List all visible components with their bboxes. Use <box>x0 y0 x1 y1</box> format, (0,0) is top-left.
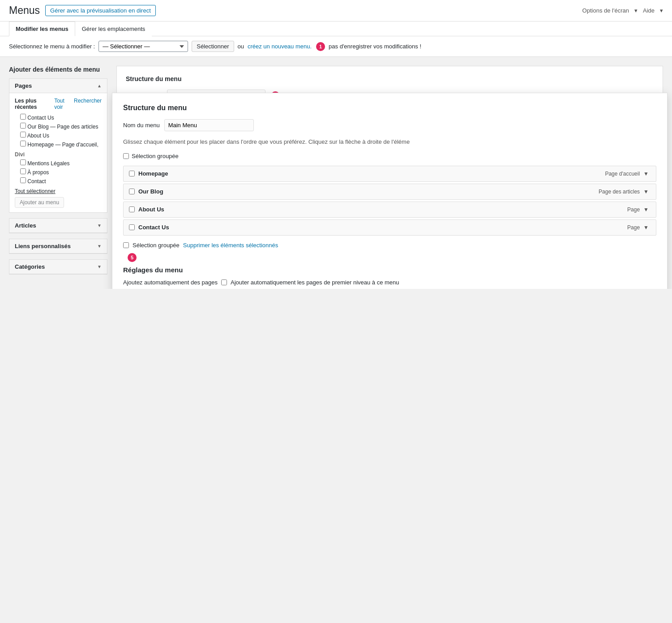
sidebar-group-divi: Divi Mentions Légales À propos Con <box>15 151 102 185</box>
sidebar-section-categories-header[interactable]: Catégories ▼ <box>9 260 107 274</box>
sidebar-section-pages-header[interactable]: Pages ▲ <box>9 79 107 93</box>
divi-items-list: Mentions Légales À propos Contact <box>15 159 102 185</box>
sidebar-tabs: Les plus récentes Tout voir Rechercher <box>15 98 102 110</box>
modal-auto-add: Ajoutez automatiquement des pages Ajoute… <box>123 279 656 286</box>
liens-title: Liens personnalisés <box>15 243 71 249</box>
page-contact-us-label: Contact Us <box>27 115 54 121</box>
delete-selected-button[interactable]: Supprimer les éléments sélectionnés <box>183 242 278 249</box>
modal-menu-items: Homepage Page d'accueil ▼ Our Blog Page … <box>123 166 656 236</box>
sidebar-section-pages: Pages ▲ Les plus récentes Tout voir Rech… <box>9 78 107 213</box>
sidebar-section-liens-header[interactable]: Liens personnalisés ▼ <box>9 239 107 253</box>
item-contactus-dropdown[interactable]: ▼ <box>642 223 651 232</box>
screen-options-link[interactable]: Options de l'écran <box>582 7 629 14</box>
select-all-link[interactable]: Tout sélectionner <box>15 188 102 194</box>
preview-button[interactable]: Gérer avec la prévisualisation en direct <box>45 5 156 16</box>
item-aboutus-name: About Us <box>138 206 164 213</box>
tab-recent[interactable]: Les plus récentes <box>15 98 51 110</box>
menu-item-homepage: Homepage Page d'accueil ▼ <box>123 166 656 182</box>
list-item: À propos <box>15 168 102 176</box>
modal-group-select-check-top[interactable] <box>123 153 129 159</box>
sidebar-section-articles-header[interactable]: Articles ▼ <box>9 219 107 233</box>
modal-auto-desc: Ajouter automatiquement les pages de pre… <box>231 279 399 286</box>
list-item: Mentions Légales <box>15 159 102 168</box>
sidebar-heading: Ajouter des éléments de menu <box>9 66 107 73</box>
list-item: Our Blog — Page des articles <box>15 122 102 131</box>
page-contact-us-check[interactable] <box>20 114 26 120</box>
help-link[interactable]: Aide <box>643 7 655 14</box>
modal-group-select-top: Sélection groupée <box>123 153 656 159</box>
item-aboutus-check[interactable] <box>129 206 135 212</box>
item-contactus-name: Contact Us <box>138 224 169 231</box>
item-ourblog-name: Our Blog <box>138 188 163 195</box>
item-aboutus-type: Page ▼ <box>627 206 651 214</box>
liens-chevron: ▼ <box>97 244 102 249</box>
modal-group-select-bottom: Sélection groupée Supprimer les éléments… <box>123 242 656 249</box>
modal-auto-check[interactable] <box>221 279 227 285</box>
notice-text: pas d'enregistrer vos modifications ! <box>329 43 421 50</box>
menu-select[interactable]: — Sélectionner — <box>98 41 188 52</box>
item-homepage-check[interactable] <box>129 171 135 176</box>
modal-group-select-label-bottom: Sélection groupée <box>133 242 180 249</box>
categories-chevron: ▼ <box>97 264 102 269</box>
top-bar: Menus Gérer avec la prévisualisation en … <box>0 0 672 21</box>
menu-item-ourblog: Our Blog Page des articles ▼ <box>123 184 656 200</box>
item-homepage-dropdown[interactable]: ▼ <box>642 170 651 178</box>
page-title: Menus <box>9 4 40 17</box>
create-menu-link[interactable]: créez un nouveau menu. <box>248 43 312 50</box>
tab-all[interactable]: Tout voir <box>54 98 70 110</box>
divi-group-title: Divi <box>15 151 102 158</box>
item-ourblog-type: Page des articles ▼ <box>599 188 651 196</box>
articles-chevron: ▼ <box>97 223 102 228</box>
modal-title: Structure du menu <box>123 104 656 112</box>
modal-group-select-check-bottom[interactable] <box>123 242 129 248</box>
item-aboutus-dropdown[interactable]: ▼ <box>642 206 651 214</box>
divi-mentions-label: Mentions Légales <box>27 160 69 167</box>
page-our-blog-check[interactable] <box>20 123 26 129</box>
item-contactus-check[interactable] <box>129 224 135 230</box>
notice-bar: Sélectionnez le menu à modifier : — Séle… <box>0 36 672 57</box>
sidebar-pages-list: Contact Us Our Blog — Page des articles … <box>15 113 102 149</box>
tabs-bar: Modifier les menus Gérer les emplacement… <box>0 21 672 36</box>
main-layout: Ajouter des éléments de menu Pages ▲ Les… <box>0 57 672 289</box>
divi-apropos-label: À propos <box>27 169 49 176</box>
item-ourblog-check[interactable] <box>129 189 135 194</box>
page-homepage-check[interactable] <box>20 141 26 146</box>
modal-name-input[interactable] <box>164 119 254 131</box>
pages-title: Pages <box>15 82 32 89</box>
modal-desc: Glissez chaque élément pour les placer d… <box>123 137 656 146</box>
item-ourblog-dropdown[interactable]: ▼ <box>642 188 651 196</box>
divi-contact-check[interactable] <box>20 177 26 183</box>
page-homepage-label: Homepage — Page d'accueil, <box>27 142 98 148</box>
modal-name-label: Nom du menu <box>123 122 160 129</box>
list-item: Homepage — Page d'accueil, <box>15 140 102 149</box>
sidebar-section-categories: Catégories ▼ <box>9 259 107 275</box>
page-our-blog-label: Our Blog — Page des articles <box>27 124 98 130</box>
page-about-us-check[interactable] <box>20 132 26 137</box>
tab-search[interactable]: Rechercher <box>74 98 102 110</box>
structure-title: Structure du menu <box>126 75 654 82</box>
item-contactus-type: Page ▼ <box>627 223 651 232</box>
sidebar-section-articles: Articles ▼ <box>9 218 107 233</box>
modal-auto-label: Ajoutez automatiquement des pages <box>123 279 218 286</box>
notice-label: Sélectionnez le menu à modifier : <box>9 43 95 50</box>
item-homepage-type: Page d'accueil ▼ <box>605 170 651 178</box>
divi-apropos-check[interactable] <box>20 168 26 174</box>
modal-overlay: Structure du menu Nom du menu Glissez ch… <box>107 93 672 289</box>
menu-item-contactus: Contact Us Page ▼ <box>123 219 656 236</box>
tab-gerer[interactable]: Gérer les emplacements <box>75 21 152 36</box>
add-to-menu-button[interactable]: Ajouter au menu <box>15 197 64 208</box>
badge-5: 5 <box>128 253 137 262</box>
top-bar-right: Options de l'écran ▾ Aide ▾ <box>582 7 663 14</box>
sidebar: Ajouter des éléments de menu Pages ▲ Les… <box>9 66 107 280</box>
select-button[interactable]: Sélectionner <box>192 41 234 52</box>
list-item: Contact Us <box>15 113 102 122</box>
sidebar-section-pages-body: Les plus récentes Tout voir Rechercher C… <box>9 93 107 212</box>
sidebar-section-liens: Liens personnalisés ▼ <box>9 239 107 254</box>
item-homepage-name: Homepage <box>138 170 168 177</box>
list-item: About Us <box>15 131 102 140</box>
pages-chevron: ▲ <box>97 83 102 88</box>
list-item: Contact <box>15 176 102 185</box>
tab-modifier[interactable]: Modifier les menus <box>9 21 75 36</box>
divi-mentions-check[interactable] <box>20 159 26 165</box>
or-text: ou <box>238 43 244 50</box>
